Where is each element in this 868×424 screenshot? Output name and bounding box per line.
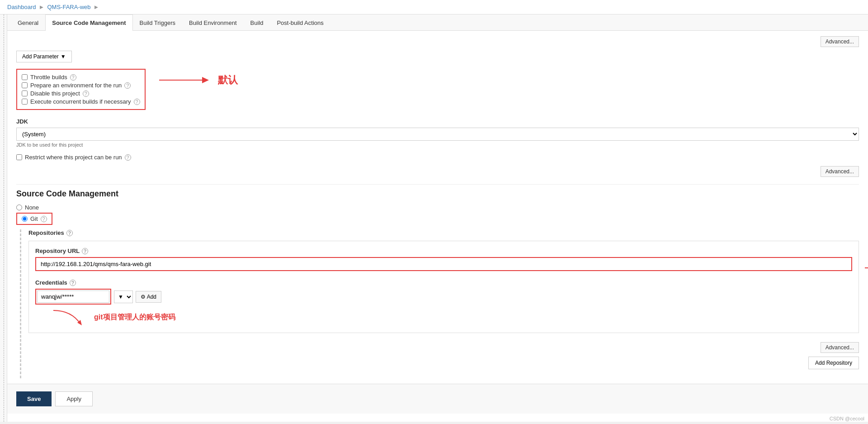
checkboxes-section: Throttle builds ? Prepare an environment… [16,69,859,112]
prepare-env-help-icon[interactable]: ? [124,82,131,89]
restrict-help-icon[interactable]: ? [125,154,131,161]
disable-help-icon[interactable]: ? [83,91,89,97]
add-repository-button[interactable]: Add Repository [808,357,859,369]
credentials-arrow-icon [44,308,90,326]
credentials-annotation-group: git项目管理人的账号密码 [44,308,852,326]
none-radio-label: None [25,204,39,211]
tab-build-environment[interactable]: Build Environment [182,14,244,31]
jdk-section: JDK (System) JDK to be used for this pro… [16,118,859,148]
jdk-label: JDK [16,118,859,125]
credentials-row: ▼ ⚙ Add [35,289,852,305]
repositories-container: Repositories ? Repository URL ? [20,229,859,378]
breadcrumb-dashboard[interactable]: Dashboard [7,4,36,10]
execute-concurrent-label: Execute concurrent builds if necessary [30,98,131,105]
repo-url-arrow-icon [865,261,868,275]
credentials-help-icon[interactable]: ? [70,280,76,286]
repo-url-section: Repository URL ? [35,248,852,271]
throttle-builds-row: Throttle builds ? [22,74,140,81]
default-annotation-text: 默认 [218,73,238,87]
git-outlined-group: Git ? [16,213,52,225]
top-advanced-row: Advanced... [16,36,859,47]
tab-general[interactable]: General [11,14,45,31]
repo-url-label: Repository URL ? [35,248,852,254]
watermark: CSDN @cecool [830,416,864,421]
repo-url-annotation-group: 项目git地址 [865,261,868,275]
breadcrumb-sep1: ► [39,4,45,10]
repo-advanced-row: Advanced... [28,342,859,353]
apply-button[interactable]: Apply [55,391,93,406]
breadcrumb-project[interactable]: QMS-FARA-web [47,4,90,10]
sidebar-dashed-line [4,14,4,422]
tab-post-build-actions[interactable]: Post-build Actions [270,14,330,31]
tab-build[interactable]: Build [244,14,270,31]
repositories-label-text: Repositories [28,229,64,236]
content-inner: Advanced... Add Parameter ▼ Throttle bui… [7,31,868,384]
sidebar-strip [0,14,7,422]
repo-url-field-group: Repository URL ? [35,248,852,271]
git-help-icon[interactable]: ? [41,216,47,222]
disable-project-row: Disable this project ? [22,90,140,97]
repos-help-icon[interactable]: ? [66,230,73,236]
add-credentials-button[interactable]: ⚙ Add [136,291,161,303]
add-parameter-dropdown-icon: ▼ [61,53,66,60]
prepare-env-checkbox[interactable] [22,82,28,88]
svg-marker-1 [202,77,209,83]
tabs-bar: General Source Code Management Build Tri… [7,14,868,31]
git-radio-label: Git [30,215,38,222]
restrict-section: Restrict where this project can be run ? [16,154,859,161]
restrict-label: Restrict where this project can be run [25,154,122,161]
prepare-env-row: Prepare an environment for the run ? [22,82,140,89]
jdk-select[interactable]: (System) [16,128,859,141]
credentials-label: Credentials ? [35,279,852,286]
tab-build-triggers[interactable]: Build Triggers [133,14,182,31]
repo-advanced-button[interactable]: Advanced... [821,342,859,353]
credentials-input-outlined [35,289,111,305]
repositories-label: Repositories ? [28,229,859,236]
breadcrumb-sep2: ► [94,4,99,10]
execute-concurrent-row: Execute concurrent builds if necessary ? [22,98,140,105]
content-area: General Source Code Management Build Tri… [7,14,868,422]
execute-concurrent-checkbox[interactable] [22,99,28,105]
jdk-sublabel: JDK to be used for this project [16,142,859,148]
default-arrow-icon [159,73,213,87]
disable-project-checkbox[interactable] [22,91,28,96]
breadcrumb: Dashboard ► QMS-FARA-web ► [0,0,868,14]
credentials-label-text: Credentials [35,279,67,286]
repo-url-label-text: Repository URL [35,248,80,254]
add-repository-row: Add Repository [28,357,859,378]
credentials-input[interactable] [37,291,109,303]
repo-url-input[interactable] [35,257,852,271]
throttle-builds-checkbox[interactable] [22,74,28,80]
scm-section-title: Source Code Management [16,189,859,199]
add-parameter-button[interactable]: Add Parameter ▼ [16,51,72,62]
credentials-dropdown[interactable]: ▼ [114,291,133,303]
credentials-section: Credentials ? ▼ ⚙ Add [35,279,852,326]
credentials-annotation-text: git项目管理人的账号密码 [94,313,175,322]
bottom-buttons-area: Save Apply [7,384,868,414]
repo-url-help-icon[interactable]: ? [82,248,88,254]
top-advanced-button[interactable]: Advanced... [821,36,859,47]
main-layout: General Source Code Management Build Tri… [0,14,868,422]
advanced-button-2[interactable]: Advanced... [821,166,859,177]
tab-source-code-management[interactable]: Source Code Management [45,14,132,31]
separator-1 [16,184,859,185]
add-parameter-section: Add Parameter ▼ [16,51,859,62]
throttle-help-icon[interactable]: ? [70,74,76,81]
none-radio-row: None [16,204,859,211]
none-radio[interactable] [16,205,22,210]
repository-box: Repository URL ? [28,241,859,333]
git-radio[interactable] [22,216,28,222]
advanced-row-2: Advanced... [16,166,859,177]
add-parameter-label: Add Parameter [22,53,59,60]
checkbox-group: Throttle builds ? Prepare an environment… [16,69,146,110]
save-button[interactable]: Save [16,391,52,406]
restrict-checkbox[interactable] [16,154,22,160]
prepare-env-label: Prepare an environment for the run [30,82,122,89]
disable-project-label: Disable this project [30,90,80,97]
throttle-builds-label: Throttle builds [30,74,67,81]
execute-concurrent-help-icon[interactable]: ? [134,99,140,105]
